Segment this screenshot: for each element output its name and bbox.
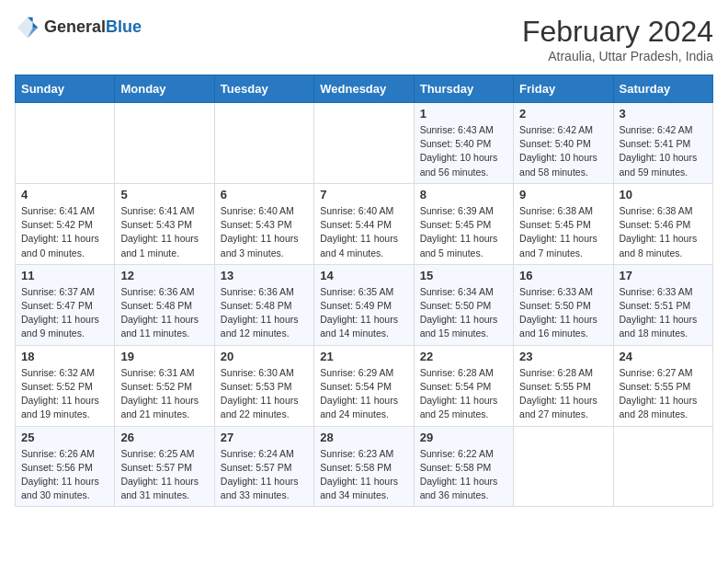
day-detail: Sunrise: 6:25 AMSunset: 5:57 PMDaylight:… [120, 447, 208, 503]
calendar-cell: 23Sunrise: 6:28 AMSunset: 5:55 PMDayligh… [514, 345, 613, 426]
day-number: 3 [620, 107, 707, 121]
day-header-saturday: Saturday [613, 75, 712, 103]
day-detail: Sunrise: 6:33 AMSunset: 5:51 PMDaylight:… [620, 285, 707, 341]
day-detail: Sunrise: 6:28 AMSunset: 5:55 PMDaylight:… [519, 366, 607, 422]
day-detail: Sunrise: 6:38 AMSunset: 5:46 PMDaylight:… [620, 204, 707, 260]
calendar-cell: 3Sunrise: 6:42 AMSunset: 5:41 PMDaylight… [613, 103, 712, 184]
day-detail: Sunrise: 6:42 AMSunset: 5:40 PMDaylight:… [519, 123, 607, 179]
day-detail: Sunrise: 6:39 AMSunset: 5:45 PMDaylight:… [420, 204, 507, 260]
calendar-table: SundayMondayTuesdayWednesdayThursdayFrid… [15, 75, 713, 507]
calendar-cell: 18Sunrise: 6:32 AMSunset: 5:52 PMDayligh… [16, 345, 115, 426]
day-number: 10 [620, 188, 707, 201]
day-detail: Sunrise: 6:27 AMSunset: 5:55 PMDaylight:… [620, 366, 707, 422]
day-detail: Sunrise: 6:23 AMSunset: 5:58 PMDaylight:… [320, 447, 407, 503]
day-number: 17 [620, 269, 707, 282]
day-detail: Sunrise: 6:24 AMSunset: 5:57 PMDaylight:… [221, 447, 308, 503]
day-number: 18 [21, 350, 108, 363]
day-detail: Sunrise: 6:38 AMSunset: 5:45 PMDaylight:… [519, 204, 607, 260]
day-number: 2 [519, 107, 607, 121]
day-number: 13 [221, 269, 308, 282]
day-number: 8 [420, 188, 507, 201]
calendar-cell: 29Sunrise: 6:22 AMSunset: 5:58 PMDayligh… [414, 426, 513, 507]
day-number: 23 [519, 350, 607, 363]
day-header-wednesday: Wednesday [314, 75, 414, 103]
calendar-cell [613, 426, 712, 507]
calendar-week-row: 1Sunrise: 6:43 AMSunset: 5:40 PMDaylight… [16, 103, 713, 184]
calendar-cell [16, 103, 115, 184]
calendar-week-row: 25Sunrise: 6:26 AMSunset: 5:56 PMDayligh… [16, 426, 713, 507]
day-detail: Sunrise: 6:40 AMSunset: 5:43 PMDaylight:… [221, 204, 308, 260]
day-number: 15 [420, 269, 507, 282]
calendar-week-row: 18Sunrise: 6:32 AMSunset: 5:52 PMDayligh… [16, 345, 713, 426]
calendar-cell: 9Sunrise: 6:38 AMSunset: 5:45 PMDaylight… [514, 183, 613, 264]
calendar-cell: 6Sunrise: 6:40 AMSunset: 5:43 PMDaylight… [214, 183, 313, 264]
day-number: 16 [519, 269, 607, 282]
day-detail: Sunrise: 6:43 AMSunset: 5:40 PMDaylight:… [420, 123, 507, 179]
calendar-header-row: SundayMondayTuesdayWednesdayThursdayFrid… [16, 75, 713, 103]
day-detail: Sunrise: 6:28 AMSunset: 5:54 PMDaylight:… [420, 366, 507, 422]
logo-text: GeneralBlue [44, 18, 142, 37]
calendar-cell: 20Sunrise: 6:30 AMSunset: 5:53 PMDayligh… [214, 345, 313, 426]
calendar-cell: 1Sunrise: 6:43 AMSunset: 5:40 PMDaylight… [414, 103, 513, 184]
calendar-cell: 17Sunrise: 6:33 AMSunset: 5:51 PMDayligh… [613, 264, 712, 345]
calendar-cell: 19Sunrise: 6:31 AMSunset: 5:52 PMDayligh… [115, 345, 214, 426]
calendar-cell [514, 426, 613, 507]
calendar-cell: 14Sunrise: 6:35 AMSunset: 5:49 PMDayligh… [314, 264, 414, 345]
calendar-cell: 25Sunrise: 6:26 AMSunset: 5:56 PMDayligh… [16, 426, 115, 507]
day-header-thursday: Thursday [414, 75, 513, 103]
day-number: 11 [21, 269, 108, 282]
day-number: 12 [120, 269, 208, 282]
logo: GeneralBlue [15, 15, 142, 40]
calendar-cell: 10Sunrise: 6:38 AMSunset: 5:46 PMDayligh… [613, 183, 712, 264]
day-detail: Sunrise: 6:26 AMSunset: 5:56 PMDaylight:… [21, 447, 108, 503]
day-number: 4 [21, 188, 108, 201]
day-number: 24 [620, 350, 707, 363]
calendar-cell: 4Sunrise: 6:41 AMSunset: 5:42 PMDaylight… [16, 183, 115, 264]
calendar-week-row: 4Sunrise: 6:41 AMSunset: 5:42 PMDaylight… [16, 183, 713, 264]
day-number: 20 [221, 350, 308, 363]
day-number: 28 [320, 431, 407, 444]
calendar-cell: 27Sunrise: 6:24 AMSunset: 5:57 PMDayligh… [214, 426, 313, 507]
day-detail: Sunrise: 6:37 AMSunset: 5:47 PMDaylight:… [21, 285, 108, 341]
day-detail: Sunrise: 6:22 AMSunset: 5:58 PMDaylight:… [420, 447, 507, 503]
day-detail: Sunrise: 6:40 AMSunset: 5:44 PMDaylight:… [320, 204, 407, 260]
day-number: 9 [519, 188, 607, 201]
calendar-cell [314, 103, 414, 184]
calendar-cell: 2Sunrise: 6:42 AMSunset: 5:40 PMDaylight… [514, 103, 613, 184]
day-number: 14 [320, 269, 407, 282]
day-header-sunday: Sunday [16, 75, 115, 103]
title-area: February 2024 Atraulia, Uttar Pradesh, I… [522, 15, 713, 63]
day-number: 6 [221, 188, 308, 201]
day-number: 26 [120, 431, 208, 444]
day-detail: Sunrise: 6:41 AMSunset: 5:43 PMDaylight:… [120, 204, 208, 260]
day-detail: Sunrise: 6:36 AMSunset: 5:48 PMDaylight:… [221, 285, 308, 341]
day-detail: Sunrise: 6:31 AMSunset: 5:52 PMDaylight:… [120, 366, 208, 422]
calendar-cell: 15Sunrise: 6:34 AMSunset: 5:50 PMDayligh… [414, 264, 513, 345]
day-detail: Sunrise: 6:29 AMSunset: 5:54 PMDaylight:… [320, 366, 407, 422]
month-title: February 2024 [522, 15, 713, 49]
day-number: 21 [320, 350, 407, 363]
calendar-cell [214, 103, 313, 184]
day-number: 27 [221, 431, 308, 444]
location: Atraulia, Uttar Pradesh, India [522, 49, 713, 63]
calendar-cell: 13Sunrise: 6:36 AMSunset: 5:48 PMDayligh… [214, 264, 313, 345]
day-number: 29 [420, 431, 507, 444]
calendar-cell: 5Sunrise: 6:41 AMSunset: 5:43 PMDaylight… [115, 183, 214, 264]
day-header-monday: Monday [115, 75, 214, 103]
calendar-cell: 11Sunrise: 6:37 AMSunset: 5:47 PMDayligh… [16, 264, 115, 345]
calendar-cell: 16Sunrise: 6:33 AMSunset: 5:50 PMDayligh… [514, 264, 613, 345]
day-detail: Sunrise: 6:35 AMSunset: 5:49 PMDaylight:… [320, 285, 407, 341]
calendar-week-row: 11Sunrise: 6:37 AMSunset: 5:47 PMDayligh… [16, 264, 713, 345]
day-header-friday: Friday [514, 75, 613, 103]
day-detail: Sunrise: 6:32 AMSunset: 5:52 PMDaylight:… [21, 366, 108, 422]
calendar-cell: 8Sunrise: 6:39 AMSunset: 5:45 PMDaylight… [414, 183, 513, 264]
day-number: 25 [21, 431, 108, 444]
page-header: GeneralBlue February 2024 Atraulia, Utta… [15, 15, 713, 63]
logo-icon [15, 15, 40, 40]
day-header-tuesday: Tuesday [214, 75, 313, 103]
calendar-cell: 22Sunrise: 6:28 AMSunset: 5:54 PMDayligh… [414, 345, 513, 426]
calendar-cell: 24Sunrise: 6:27 AMSunset: 5:55 PMDayligh… [613, 345, 712, 426]
day-number: 1 [420, 107, 507, 121]
day-detail: Sunrise: 6:33 AMSunset: 5:50 PMDaylight:… [519, 285, 607, 341]
day-detail: Sunrise: 6:36 AMSunset: 5:48 PMDaylight:… [120, 285, 208, 341]
